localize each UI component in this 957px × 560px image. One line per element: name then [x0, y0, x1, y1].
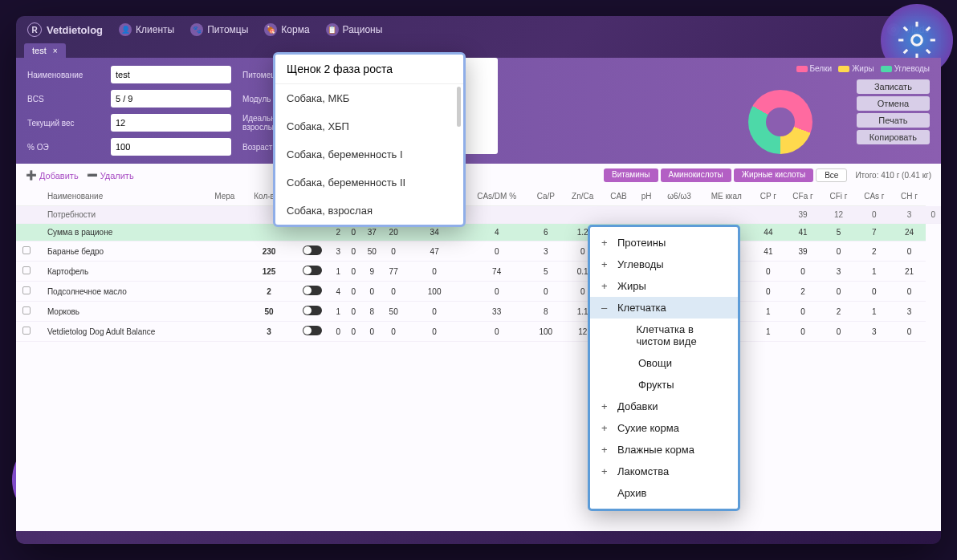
scrollbar[interactable]: [457, 87, 461, 127]
minus-icon: ➖: [87, 170, 98, 181]
tree-item[interactable]: –Клетчатка: [590, 297, 738, 319]
food-icon: 🍖: [264, 23, 277, 36]
dropdown-item[interactable]: Собака, ХБП: [275, 112, 463, 140]
rations-icon: 📋: [326, 23, 339, 36]
tree-item[interactable]: +Жиры: [590, 275, 738, 297]
table-toolbar: ➕Добавить ➖Удалить ВитаминыАминокислотыЖ…: [16, 164, 941, 187]
filter-pills: ВитаминыАминокислотыЖирные кислотыВсе: [604, 168, 847, 182]
close-icon[interactable]: ×: [53, 47, 58, 55]
bcs-input[interactable]: [111, 90, 231, 108]
dropdown-item[interactable]: Собака, беременность I: [275, 140, 463, 168]
column-header: CH г: [893, 187, 926, 206]
module-dropdown[interactable]: Щенок 2 фаза роста Собака, МКБСобака, ХБ…: [273, 52, 466, 227]
dropdown-item[interactable]: Собака, МКБ: [275, 84, 463, 112]
right-panel: Белки Жиры Углеводы Записать Отмена Печа…: [796, 64, 930, 144]
tab-strip: test ×: [16, 43, 941, 58]
ingredients-table: НаименованиеМераКол-во гВклCFi/DM %CAs/D…: [16, 187, 941, 342]
app-window: R Vetdietolog 👤Клиенты 🐾Питомцы 🍖Корма 📋…: [16, 16, 941, 544]
tree-item[interactable]: +Протеины: [590, 232, 738, 254]
tree-item[interactable]: +Сухие корма: [590, 417, 738, 439]
topbar: R Vetdietolog 👤Клиенты 🐾Питомцы 🍖Корма 📋…: [16, 16, 941, 43]
dropdown-item[interactable]: Собака, взрослая: [275, 197, 463, 225]
cancel-button[interactable]: Отмена: [857, 96, 930, 111]
column-header: Zn/Ca: [563, 187, 602, 206]
protein-swatch: [796, 66, 808, 72]
column-header: CP г: [752, 187, 784, 206]
legend: Белки Жиры Углеводы: [796, 64, 930, 73]
oe-label: % ОЭ: [27, 143, 100, 152]
print-button[interactable]: Печать: [857, 113, 930, 128]
logo[interactable]: R Vetdietolog: [27, 22, 103, 37]
nav-pets[interactable]: 🐾Питомцы: [190, 23, 248, 36]
dropdown-item[interactable]: Собака, беременность II: [275, 168, 463, 197]
column-header: pH: [635, 187, 658, 206]
dropdown-selected[interactable]: Щенок 2 фаза роста: [275, 55, 463, 84]
column-header: CFa г: [784, 187, 822, 206]
bcs-label: BCS: [27, 95, 100, 103]
table-area: ➕Добавить ➖Удалить ВитаминыАминокислотыЖ…: [16, 164, 941, 531]
category-tree[interactable]: +Протеины+Углеводы+Жиры–КлетчаткаКлетчат…: [588, 225, 740, 511]
column-header: CFi г: [821, 187, 855, 206]
column-header: Ca/P: [529, 187, 563, 206]
tree-item[interactable]: +Добавки: [590, 396, 738, 417]
tree-item[interactable]: +Лакомства: [590, 461, 738, 482]
add-button[interactable]: ➕Добавить: [26, 170, 79, 181]
fat-swatch: [838, 66, 849, 72]
column-header: CAB: [602, 187, 634, 206]
clients-icon: 👤: [119, 23, 132, 36]
app-name: Vetdietolog: [47, 24, 103, 36]
pill-all[interactable]: Все: [816, 168, 847, 182]
logo-icon: R: [27, 22, 42, 37]
tree-item[interactable]: +Углеводы: [590, 254, 738, 275]
column-header: МЕ ккал: [700, 187, 752, 206]
action-buttons: Записать Отмена Печать Копировать: [857, 79, 930, 144]
weight-input[interactable]: [111, 114, 231, 132]
column-header: CAs г: [855, 187, 893, 206]
tree-item[interactable]: Архив: [590, 482, 738, 504]
name-label: Наименование: [27, 71, 100, 79]
column-header: [16, 187, 41, 206]
oe-input[interactable]: [111, 138, 231, 156]
save-button[interactable]: Записать: [857, 79, 930, 94]
column-header: CAs/DM %: [465, 187, 529, 206]
plus-icon: ➕: [26, 170, 37, 181]
name-input[interactable]: [111, 66, 231, 83]
tree-item[interactable]: Клетчатка в чистом виде: [590, 319, 738, 352]
pill[interactable]: Витамины: [604, 168, 658, 182]
column-header: ω6/ω3: [658, 187, 701, 206]
svg-point-0: [912, 35, 922, 46]
tree-item[interactable]: Овощи: [590, 352, 738, 374]
delete-button[interactable]: ➖Удалить: [87, 170, 134, 181]
tab-test[interactable]: test ×: [24, 43, 66, 58]
nav-rations[interactable]: 📋Рационы: [326, 23, 383, 36]
pill[interactable]: Аминокислоты: [661, 168, 731, 182]
pets-icon: 🐾: [190, 23, 203, 36]
total-label: Итого: 410 г (0.41 кг): [855, 171, 931, 180]
carb-swatch: [881, 66, 892, 72]
form-panel: Наименование Питомец BCS Модуль Текущий …: [16, 58, 941, 164]
pill[interactable]: Жирные кислоты: [734, 168, 813, 182]
column-header: Мера: [206, 187, 244, 206]
column-header: Наименование: [41, 187, 206, 206]
tree-item[interactable]: +Влажные корма: [590, 439, 738, 461]
nav-clients[interactable]: 👤Клиенты: [119, 23, 174, 36]
tree-item[interactable]: Фрукты: [590, 374, 738, 396]
nav-food[interactable]: 🍖Корма: [264, 23, 309, 36]
weight-label: Текущий вес: [27, 119, 100, 128]
copy-button[interactable]: Копировать: [857, 130, 930, 144]
